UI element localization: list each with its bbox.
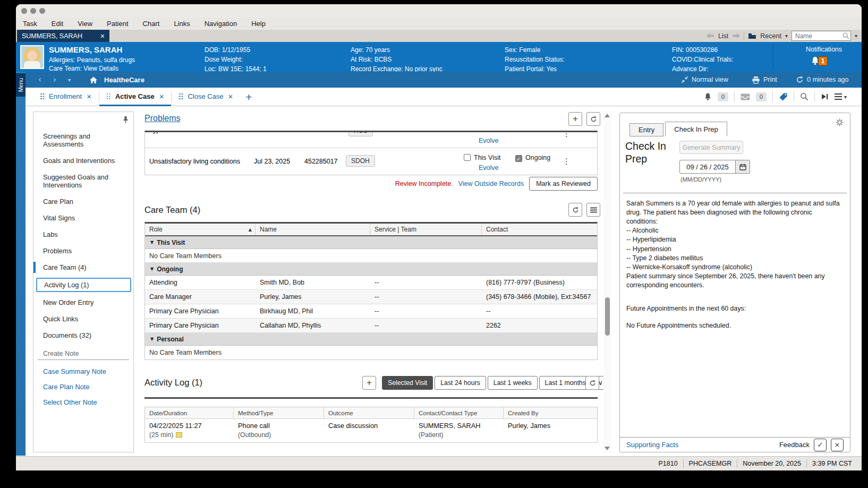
case-summary-note-link[interactable]: Case Summary Note (43, 367, 129, 375)
skip-to-end-icon[interactable] (821, 93, 829, 100)
column-header-contact-type[interactable]: Contact/Contact Type (414, 407, 504, 418)
pin-icon[interactable] (123, 116, 129, 124)
care-team-refresh-button[interactable] (568, 203, 582, 217)
inbox-icon[interactable] (741, 93, 750, 100)
menu-links[interactable]: Links (174, 20, 190, 28)
tab-enrollment[interactable]: Enrollment × (33, 88, 99, 106)
tab-active-case[interactable]: Active Case × (99, 88, 171, 106)
drag-handle-icon[interactable] (107, 93, 110, 99)
care-team-menu-button[interactable] (586, 203, 600, 217)
menu-navigation[interactable]: Navigation (205, 20, 237, 28)
column-header-created-by[interactable]: Created By (504, 407, 597, 418)
group-row-ongoing[interactable]: ▼Ongoing (145, 263, 597, 276)
care-team-view-details[interactable]: Care Team: View Details (49, 65, 118, 72)
care-plan-note-link[interactable]: Care Plan Note (43, 383, 129, 391)
notifications-button[interactable]: 1 (811, 56, 828, 66)
problems-add-button[interactable]: + (568, 112, 582, 126)
chevron-down-icon[interactable]: ▾ (855, 33, 857, 39)
filter-last-24-hours[interactable]: Last 24 hours (435, 376, 486, 390)
kebab-menu-icon[interactable]: ⋮ (563, 132, 571, 139)
sidebar-item-documents[interactable]: Documents (32) (33, 329, 133, 341)
drag-handle-icon[interactable] (40, 93, 44, 99)
problem-row[interactable]: Unsatisfactory living conditions Jul 23,… (145, 148, 597, 175)
scroll-up-icon[interactable] (605, 114, 610, 117)
table-row[interactable]: Care Manager Purley, James -- (345) 678-… (145, 290, 597, 304)
list-forward-icon[interactable] (732, 33, 740, 39)
mark-as-reviewed-button[interactable]: Mark as Reviewed (529, 177, 598, 191)
tab-close-case[interactable]: Close Case × (172, 88, 240, 106)
main-scrollbar[interactable] (603, 112, 611, 452)
search-icon[interactable] (843, 32, 849, 39)
activity-log-add-button[interactable]: + (362, 376, 376, 390)
column-header-date-duration[interactable]: Date/Duration (145, 407, 234, 418)
date-input[interactable]: 09 / 26 / 2025 (679, 160, 736, 174)
window-control-dot[interactable] (30, 8, 36, 14)
nav-back-button[interactable]: ‹ (38, 72, 41, 88)
note-icon[interactable] (176, 432, 182, 438)
group-row-personal[interactable]: ▼Personal (145, 333, 597, 346)
ongoing-checkbox[interactable]: ✓Ongoing (515, 152, 550, 162)
generate-summary-button[interactable]: Generate Summary (679, 141, 743, 154)
bell-icon[interactable] (704, 92, 712, 101)
feedback-positive-button[interactable]: ✓ (814, 439, 827, 451)
tab-entry[interactable]: Entry (629, 123, 663, 136)
group-row-this-visit[interactable]: ▼This Visit (145, 236, 597, 249)
feedback-negative-button[interactable]: × (831, 439, 844, 451)
window-control-dot[interactable] (21, 8, 27, 14)
tag-icon[interactable] (779, 92, 788, 101)
menu-help[interactable]: Help (251, 20, 266, 28)
evolve-link[interactable]: Evolve (479, 137, 499, 144)
recent-folder-icon[interactable] (748, 33, 756, 39)
menu-patient[interactable]: Patient (107, 20, 128, 28)
add-tab-button[interactable]: + (240, 88, 257, 106)
filter-selected-visit[interactable]: Selected Visit (382, 376, 433, 390)
chevron-down-icon[interactable]: ▾ (785, 33, 788, 39)
sidebar-item-labs[interactable]: Labs (33, 228, 133, 241)
close-icon[interactable]: × (100, 32, 105, 40)
sidebar-item-screenings[interactable]: Screenings and Assessments (33, 130, 133, 150)
view-outside-records-link[interactable]: View Outside Records (458, 180, 524, 187)
select-other-note-link[interactable]: Select Other Note (43, 398, 129, 406)
sidebar-item-care-plan[interactable]: Care Plan (33, 195, 133, 208)
menu-vertical-tab[interactable]: Menu (16, 73, 25, 97)
normal-view-button[interactable]: Normal view (681, 72, 728, 88)
table-row[interactable]: Primary Care Physician Birkhaug MD, Phil… (145, 304, 597, 319)
sidebar-item-vital-signs[interactable]: Vital Signs (33, 212, 133, 224)
window-control-dot[interactable] (39, 8, 45, 14)
sidebar-item-goals[interactable]: Goals and Interventions (33, 155, 133, 167)
column-header-contact[interactable]: Contact (482, 224, 597, 235)
activity-log-row[interactable]: 04/22/2025 11:27 (25 min) Phone call (Ou… (145, 419, 597, 442)
column-header-service-team[interactable]: Service | Team (370, 224, 482, 235)
recent-label[interactable]: Recent (760, 32, 781, 40)
close-icon[interactable]: × (228, 92, 233, 101)
calendar-icon[interactable] (736, 160, 750, 174)
menu-chart[interactable]: Chart (143, 20, 160, 28)
problems-title-link[interactable]: Problems (144, 114, 181, 123)
kebab-menu-icon[interactable]: ⋮ (563, 157, 571, 166)
column-header-outcome[interactable]: Outcome (324, 407, 414, 418)
sidebar-item-quick-links[interactable]: Quick Links (33, 313, 133, 325)
column-header-method-type[interactable]: Method/Type (234, 407, 324, 418)
table-row[interactable]: Primary Care Physician Callahan MD, Phyl… (145, 319, 597, 333)
list-back-icon[interactable] (707, 33, 714, 39)
drag-handle-icon[interactable] (179, 93, 183, 99)
problems-refresh-button[interactable] (586, 112, 600, 126)
menu-task[interactable]: Task (23, 20, 37, 28)
problem-row-partial[interactable]: Type 2 diabetes mellitus 197761017 HCC E… (145, 132, 597, 148)
supporting-facts-link[interactable]: Supporting Facts (626, 441, 678, 449)
evolve-link[interactable]: Evolve (479, 164, 499, 172)
menu-edit[interactable]: Edit (52, 20, 63, 28)
menu-view[interactable]: View (78, 20, 92, 28)
gear-icon[interactable] (836, 118, 844, 126)
filter-last-1-months[interactable]: Last 1 months (539, 376, 592, 390)
nav-history-dropdown[interactable]: ▾ (68, 72, 71, 88)
scroll-down-icon[interactable] (605, 447, 610, 450)
this-visit-checkbox[interactable]: This Visit (464, 152, 500, 162)
close-icon[interactable]: × (87, 92, 91, 101)
sidebar-item-new-order-entry[interactable]: New Order Entry (33, 296, 133, 309)
scrollbar-thumb[interactable] (605, 297, 610, 336)
activity-log-refresh-button[interactable] (585, 376, 599, 390)
home-button[interactable] (89, 72, 98, 88)
page-menu-button[interactable]: ▾ (835, 93, 847, 100)
patient-tab[interactable]: SUMMERS, SARAH × (17, 30, 109, 42)
